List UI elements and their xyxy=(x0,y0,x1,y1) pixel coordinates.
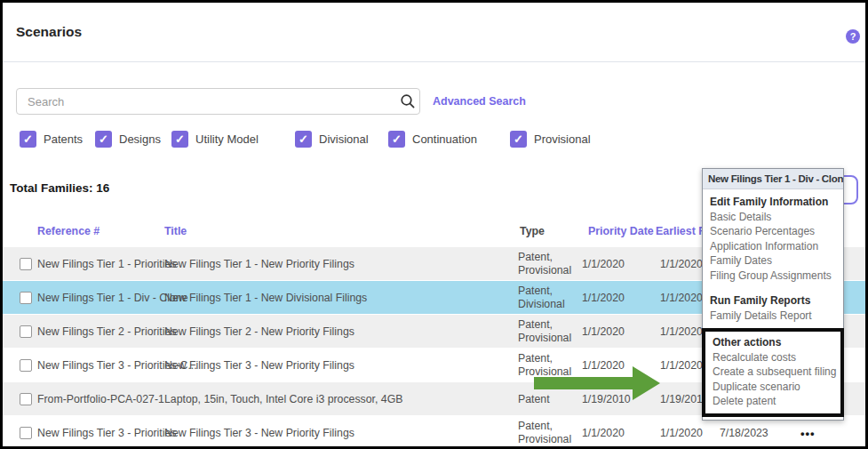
filter-checkbox-utility-model[interactable]: ✓ Utility Model xyxy=(171,131,259,148)
menu-item-family-details-report[interactable]: Family Details Report xyxy=(710,309,843,324)
help-icon[interactable]: ? xyxy=(846,29,860,44)
context-menu: New Filings Tier 1 - Div - Clone Edit Fa… xyxy=(702,168,844,421)
filter-label: Designs xyxy=(119,132,161,146)
row-checkbox[interactable] xyxy=(20,292,32,304)
search-input[interactable] xyxy=(17,95,396,108)
total-families-label: Total Families: 16 xyxy=(10,181,109,195)
header-divider xyxy=(3,61,865,62)
row-checkbox[interactable] xyxy=(20,427,32,439)
table-row[interactable]: New Filings Tier 3 - Priorities New Fili… xyxy=(3,415,865,449)
search-box xyxy=(16,88,420,115)
row-checkbox[interactable] xyxy=(20,325,32,338)
row-priority-date: 1/1/2020 xyxy=(582,325,637,338)
context-menu-title: New Filings Tier 1 - Div - Clone xyxy=(703,169,843,189)
checkbox-checked-icon: ✓ xyxy=(388,131,405,148)
check-icon: ✓ xyxy=(175,131,185,148)
checkbox-checked-icon: ✓ xyxy=(171,131,188,148)
filter-label: Provisional xyxy=(534,132,591,146)
other-actions-highlight-box: Other actions Recalculate costs Create a… xyxy=(702,328,844,417)
check-icon: ✓ xyxy=(23,131,33,148)
row-actions-icon[interactable]: ••• xyxy=(800,426,831,439)
menu-item-filing-group-assignments[interactable]: Filing Group Assignments xyxy=(710,269,843,284)
filter-label: Continuation xyxy=(412,132,477,146)
check-icon: ✓ xyxy=(299,131,308,148)
row-extra-date: 7/18/2023 xyxy=(720,426,771,439)
menu-item-application-information[interactable]: Application Information xyxy=(710,239,843,254)
row-title: New Filings Tier 1 - New Divisional Fili… xyxy=(164,291,509,304)
menu-item-duplicate-scenario[interactable]: Duplicate scenario xyxy=(713,380,840,395)
column-header-type: Type xyxy=(520,225,545,237)
row-priority-date: 1/1/2020 xyxy=(582,257,637,270)
menu-heading-edit-family-information: Edit Family Information xyxy=(710,195,843,210)
menu-heading-run-family-reports: Run Family Reports xyxy=(710,293,843,309)
menu-item-basic-details[interactable]: Basic Details xyxy=(710,210,843,225)
menu-item-family-dates[interactable]: Family Dates xyxy=(710,253,843,269)
advanced-search-link[interactable]: Advanced Search xyxy=(433,95,526,108)
search-icon[interactable] xyxy=(396,93,419,109)
filter-checkbox-designs[interactable]: ✓ Designs xyxy=(95,131,161,148)
filter-label: Divisional xyxy=(319,132,369,146)
check-icon: ✓ xyxy=(392,131,402,148)
green-arrow-annotation xyxy=(531,365,663,401)
row-reference: New Filings Tier 1 - Div - Clone xyxy=(37,291,160,304)
row-checkbox[interactable] xyxy=(20,393,32,405)
row-title: New Filings Tier 3 - New Priority Filing… xyxy=(164,358,509,372)
row-type: Patent, Provisional xyxy=(518,420,584,446)
row-reference: From-Portfolio-PCA-027-1 xyxy=(37,392,160,405)
filter-label: Utility Model xyxy=(195,132,259,146)
row-priority-date: 1/1/2020 xyxy=(582,291,637,304)
row-reference: New Filings Tier 1 - Priorities xyxy=(37,257,160,270)
checkbox-checked-icon: ✓ xyxy=(295,131,312,148)
row-checkbox[interactable] xyxy=(20,359,32,372)
checkbox-checked-icon: ✓ xyxy=(95,131,112,148)
row-earliest-filing: 1/1/2020 xyxy=(660,426,715,439)
scenarios-page: Scenarios ? Advanced Search ✓ Patents ✓ … xyxy=(0,0,868,449)
row-reference: New Filings Tier 2 - Priorities xyxy=(37,325,160,338)
menu-item-scenario-percentages[interactable]: Scenario Percentages xyxy=(710,224,843,239)
row-reference: New Filings Tier 3 - Priorities-C... xyxy=(37,358,160,372)
row-title: New Filings Tier 2 - New Priority Filing… xyxy=(164,325,509,338)
row-reference: New Filings Tier 3 - Priorities xyxy=(37,426,160,439)
check-icon: ✓ xyxy=(514,131,523,148)
checkbox-checked-icon: ✓ xyxy=(510,131,527,148)
row-type: Patent, Provisional xyxy=(518,318,584,345)
filter-label: Patents xyxy=(44,132,83,146)
menu-item-delete-patent[interactable]: Delete patent xyxy=(713,394,840,409)
menu-item-recalculate-costs[interactable]: Recalculate costs xyxy=(713,350,840,365)
filter-checkbox-divisional[interactable]: ✓ Divisional xyxy=(295,131,369,148)
filter-checkbox-patents[interactable]: ✓ Patents xyxy=(20,131,83,148)
column-header-priority-date[interactable]: Priority Date xyxy=(588,225,654,237)
column-header-reference[interactable]: Reference # xyxy=(37,225,100,237)
menu-item-create-subsequent-filing[interactable]: Create a subsequent filing xyxy=(713,365,840,380)
row-title: New Filings Tier 3 - New Priority Filing… xyxy=(164,426,509,439)
row-priority-date: 1/1/2020 xyxy=(582,426,637,439)
row-type: Patent, Provisional xyxy=(518,251,584,277)
checkbox-checked-icon: ✓ xyxy=(20,131,36,148)
page-title: Scenarios xyxy=(16,24,82,40)
row-title: New Filings Tier 1 - New Priority Filing… xyxy=(164,257,509,270)
column-header-title[interactable]: Title xyxy=(164,225,187,237)
row-type: Patent, Divisional xyxy=(518,285,584,311)
menu-heading-other-actions: Other actions xyxy=(713,335,840,350)
row-title: Laptop, 15in, Touch, Intel Core i3 proce… xyxy=(164,392,509,405)
filter-checkbox-provisional[interactable]: ✓ Provisional xyxy=(510,131,591,148)
row-checkbox[interactable] xyxy=(20,258,32,270)
check-icon: ✓ xyxy=(99,131,108,148)
filter-checkbox-continuation[interactable]: ✓ Continuation xyxy=(388,131,477,148)
